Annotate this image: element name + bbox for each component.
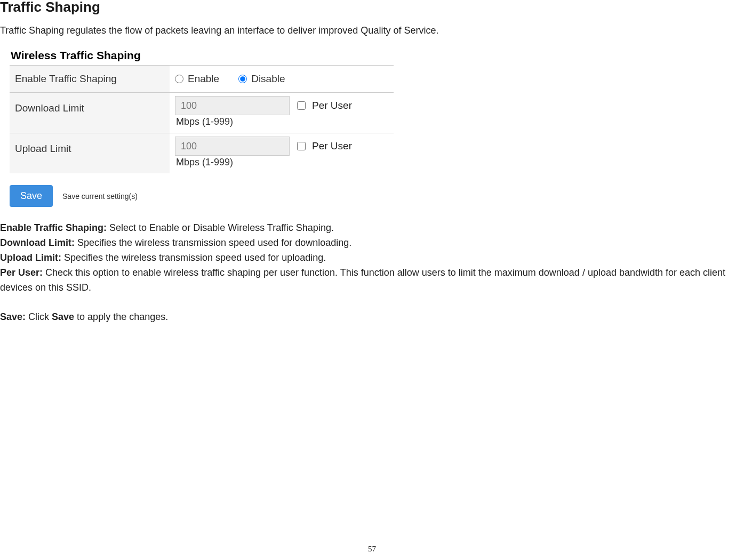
def-download-text: Specifies the wireless transmission spee… xyxy=(75,237,351,248)
def-upload-text: Specifies the wireless transmission spee… xyxy=(61,252,326,263)
def-peruser: Per User: Check this option to enable wi… xyxy=(0,266,744,295)
def-download-label: Download Limit: xyxy=(0,237,75,248)
row-enable-traffic-shaping: Enable Traffic Shaping Enable Disable xyxy=(10,65,394,92)
def-enable-text: Select to Enable or Disable Wireless Tra… xyxy=(107,222,334,233)
def-save-bold: Save xyxy=(52,311,74,322)
row-upload-limit: Upload Limit Per User Mbps (1-999) xyxy=(10,133,394,173)
def-save-prefix: Click xyxy=(26,311,52,322)
label-enable-traffic-shaping: Enable Traffic Shaping xyxy=(10,66,170,92)
radio-enable-label[interactable]: Enable xyxy=(175,73,219,85)
upload-per-user-checkbox[interactable] xyxy=(297,142,306,150)
upload-limit-input[interactable] xyxy=(175,137,290,156)
upload-per-user-label[interactable]: Per User xyxy=(297,140,352,152)
radio-disable-label[interactable]: Disable xyxy=(238,73,285,85)
intro-text: Traffic Shaping regulates the flow of pa… xyxy=(0,25,744,36)
download-unit-label: Mbps (1-999) xyxy=(175,115,388,131)
def-save-label: Save: xyxy=(0,311,26,322)
def-enable-label: Enable Traffic Shaping: xyxy=(0,222,107,233)
def-peruser-label: Per User: xyxy=(0,267,43,278)
save-hint: Save current setting(s) xyxy=(62,192,138,201)
download-per-user-label[interactable]: Per User xyxy=(297,100,352,111)
download-limit-input[interactable] xyxy=(175,96,290,115)
radio-disable-text: Disable xyxy=(251,73,285,85)
def-upload-label: Upload Limit: xyxy=(0,252,61,263)
page-number: 57 xyxy=(368,545,376,554)
panel-heading: Wireless Traffic Shaping xyxy=(10,47,394,65)
row-download-limit: Download Limit Per User Mbps (1-999) xyxy=(10,92,394,133)
def-download: Download Limit: Specifies the wireless t… xyxy=(0,236,744,251)
settings-panel: Wireless Traffic Shaping Enable Traffic … xyxy=(10,47,394,207)
def-enable: Enable Traffic Shaping: Select to Enable… xyxy=(0,221,744,236)
label-download-limit: Download Limit xyxy=(10,93,170,133)
radio-enable[interactable] xyxy=(175,75,183,83)
label-upload-limit: Upload Limit xyxy=(10,133,170,173)
upload-unit-label: Mbps (1-999) xyxy=(175,156,388,171)
def-upload: Upload Limit: Specifies the wireless tra… xyxy=(0,251,744,266)
def-save-suffix: to apply the changes. xyxy=(74,311,168,322)
radio-enable-text: Enable xyxy=(188,73,219,85)
page-title: Traffic Shaping xyxy=(0,0,744,25)
upload-per-user-text: Per User xyxy=(312,140,352,152)
download-per-user-checkbox[interactable] xyxy=(297,101,306,110)
def-save: Save: Click Save to apply the changes. xyxy=(0,310,744,325)
radio-disable[interactable] xyxy=(238,75,247,83)
def-peruser-text: Check this option to enable wireless tra… xyxy=(0,267,725,293)
save-row: Save Save current setting(s) xyxy=(10,185,394,207)
save-button[interactable]: Save xyxy=(10,185,53,207)
download-per-user-text: Per User xyxy=(312,100,352,111)
definitions-block: Enable Traffic Shaping: Select to Enable… xyxy=(0,221,744,325)
